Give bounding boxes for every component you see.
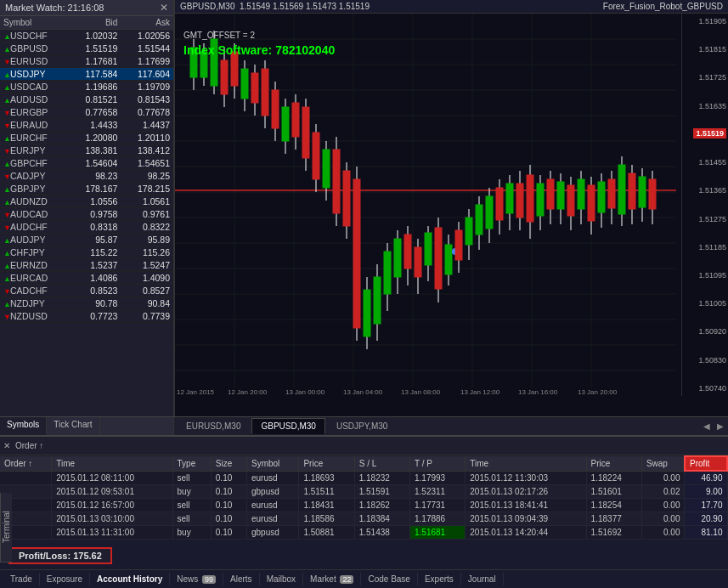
market-watch-row[interactable]: ▼EURGBP 0.77658 0.77678	[0, 106, 173, 119]
mw-symbol: ▼AUDCAD	[0, 208, 69, 221]
tab-gbpusd-m30[interactable]: GBPUSD,M30	[251, 418, 324, 434]
order-symbol: gbpusd	[246, 526, 298, 540]
orders-table: Order ↑ Time Type Size Symbol Price S / …	[0, 455, 728, 540]
svg-rect-100	[578, 179, 584, 209]
orders-table-row[interactable]: 2015.01.13 11:31:00 buy 0.10 gbpusd 1.50…	[0, 526, 727, 540]
mw-ask: 1.5247	[121, 259, 173, 272]
col-profit: Profit	[685, 456, 727, 471]
market-watch-row[interactable]: ▲GBPUSD 1.51519 1.51544	[0, 42, 173, 55]
scroll-right-btn[interactable]: ▶	[714, 421, 726, 431]
mw-bid: 0.9758	[69, 208, 121, 221]
tab-codebase[interactable]: Code Base	[361, 573, 417, 585]
svg-rect-39	[272, 90, 279, 128]
market-watch-row[interactable]: ▲GBPCHF 1.54604 1.54651	[0, 157, 173, 170]
svg-rect-98	[567, 185, 574, 216]
order-profit: 20.90	[685, 512, 727, 526]
arrow-down-icon: ▼	[3, 122, 10, 130]
market-watch-row[interactable]: ▼EURJPY 138.381 138.412	[0, 144, 173, 157]
tp-highlight: 1.51681	[410, 526, 466, 540]
market-watch-row[interactable]: ▲EURCAD 1.4086 1.4090	[0, 272, 173, 285]
tab-journal[interactable]: Journal	[461, 573, 504, 585]
svg-rect-63	[394, 239, 401, 277]
tab-news[interactable]: News 99	[170, 573, 223, 585]
mw-bid: 138.381	[69, 144, 121, 157]
terminal-close-btn[interactable]: ✕	[3, 441, 10, 450]
mw-ask: 0.8527	[121, 285, 173, 297]
market-watch-row[interactable]: ▲USDJPY 117.584 117.604	[0, 68, 173, 81]
terminal-header: ✕ Order ↑	[0, 437, 728, 455]
orders-table-row[interactable]: 2015.01.12 09:53:01 buy 0.10 gbpusd 1.51…	[0, 485, 727, 499]
chart-tab-scroll: ◀ ▶	[701, 421, 726, 431]
svg-rect-71	[435, 228, 442, 289]
col-symbol: Symbol	[0, 16, 69, 30]
order-symbol: eurusd	[246, 471, 298, 485]
news-badge: 99	[202, 575, 216, 584]
svg-rect-43	[292, 103, 299, 137]
arrow-up-icon: ▲	[3, 185, 10, 194]
tab-tick-chart[interactable]: Tick Chart	[47, 417, 99, 435]
svg-text:12 Jan 2015: 12 Jan 2015	[177, 388, 215, 396]
order-profit: 9.00	[685, 485, 727, 499]
price-axis: 1.51905 1.51815 1.51725 1.51635 1.51545 …	[681, 14, 728, 396]
arrow-down-icon: ▼	[3, 147, 10, 155]
market-watch-row[interactable]: ▲AUDJPY 95.87 95.89	[0, 234, 173, 246]
market-watch-row[interactable]: ▲EURCHF 1.20080 1.20110	[0, 132, 173, 144]
tab-trade[interactable]: Trade	[3, 573, 40, 585]
tab-alerts[interactable]: Alerts	[223, 573, 260, 585]
tab-usdjpy-m30[interactable]: USDJPY,M30	[327, 418, 397, 434]
market-watch-row[interactable]: ▼EURAUD 1.4433 1.4437	[0, 119, 173, 132]
mw-ask: 0.77678	[121, 106, 173, 119]
market-watch-row[interactable]: ▲USDCAD 1.19686 1.19709	[0, 81, 173, 93]
mw-symbol: ▲GBPUSD	[0, 42, 69, 55]
tab-exposure[interactable]: Exposure	[40, 573, 90, 585]
svg-rect-55	[353, 179, 360, 328]
tab-market[interactable]: Market 22	[303, 573, 361, 585]
market-watch-table: Symbol Bid Ask ▲USDCHF 1.02032 1.02056 ▲…	[0, 16, 173, 323]
tab-account-history[interactable]: Account History	[90, 573, 170, 585]
svg-rect-59	[374, 277, 381, 324]
market-watch-row[interactable]: ▲USDCHF 1.02032 1.02056	[0, 30, 173, 42]
market-watch-row[interactable]: ▼NZDUSD 0.7723 0.7739	[0, 310, 173, 323]
market-watch-row[interactable]: ▲EURNZD 1.5237 1.5247	[0, 259, 173, 272]
mw-ask: 138.412	[121, 144, 173, 157]
market-watch-row[interactable]: ▼AUDCHF 0.8318 0.8322	[0, 221, 173, 234]
market-watch-row[interactable]: ▼AUDCAD 0.9758 0.9761	[0, 208, 173, 221]
market-watch-row[interactable]: ▲AUDNZD 1.0556 1.0561	[0, 195, 173, 208]
col-close-price: Price	[586, 456, 641, 471]
market-watch-close[interactable]: ✕	[160, 2, 168, 14]
market-watch-row[interactable]: ▲CHFJPY 115.22 115.26	[0, 246, 173, 259]
mw-bid: 1.51519	[69, 42, 121, 55]
tab-symbols[interactable]: Symbols	[0, 417, 47, 435]
arrow-up-icon: ▲	[3, 160, 10, 168]
order-close-time: 2015.01.13 09:04:39	[466, 512, 586, 526]
orders-header-row: Order ↑ Time Type Size Symbol Price S / …	[0, 456, 727, 471]
profit-loss-value: 175.62	[73, 551, 102, 561]
tab-eurusd-m30[interactable]: EURUSD,M30	[177, 418, 250, 434]
order-size: 0.10	[211, 471, 246, 485]
col-size: Size	[211, 456, 246, 471]
market-watch-row[interactable]: ▲GBPJPY 178.167 178.215	[0, 183, 173, 195]
col-close-time: Time	[466, 456, 586, 471]
market-watch-row[interactable]: ▲AUDUSD 0.81521 0.81543	[0, 93, 173, 106]
mw-ask: 1.20110	[121, 132, 173, 144]
arrow-down-icon: ▼	[3, 211, 10, 219]
scroll-left-btn[interactable]: ◀	[701, 421, 713, 431]
svg-rect-69	[425, 233, 432, 265]
mw-bid: 1.5237	[69, 259, 121, 272]
tab-experts[interactable]: Experts	[418, 573, 461, 585]
market-watch-row[interactable]: ▲NZDJPY 90.78 90.84	[0, 297, 173, 310]
market-watch-row[interactable]: ▼CADJPY 98.23 98.25	[0, 170, 173, 183]
order-open-time: 2015.01.13 03:10:00	[52, 512, 172, 526]
svg-rect-84	[496, 188, 503, 220]
arrow-up-icon: ▲	[3, 32, 10, 41]
svg-rect-106	[608, 179, 615, 208]
orders-table-row[interactable]: 2015.01.12 08:11:00 sell 0.10 eurusd 1.1…	[0, 471, 727, 485]
orders-table-row[interactable]: 2015.01.12 16:57:00 sell 0.10 eurusd 1.1…	[0, 499, 727, 512]
tab-mailbox[interactable]: Mailbox	[260, 573, 303, 585]
svg-rect-114	[649, 179, 656, 209]
market-watch-row[interactable]: ▼CADCHF 0.8523 0.8527	[0, 285, 173, 297]
mw-ask: 1.19709	[121, 81, 173, 93]
market-watch-row[interactable]: ▼EURUSD 1.17681 1.17699	[0, 55, 173, 68]
svg-rect-88	[516, 184, 523, 218]
orders-table-row[interactable]: 2015.01.13 03:10:00 sell 0.10 eurusd 1.1…	[0, 512, 727, 526]
